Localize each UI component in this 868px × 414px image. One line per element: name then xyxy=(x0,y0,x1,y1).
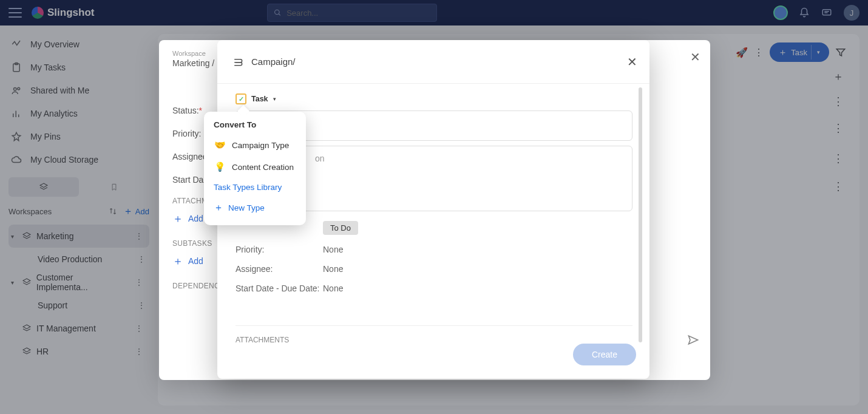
create-button[interactable]: Create xyxy=(573,344,636,365)
content-creation-icon: 💡 xyxy=(214,161,226,173)
new-type-label: New Type xyxy=(228,203,265,212)
option-label: Content Creation xyxy=(232,163,294,172)
convert-option-campaign-type[interactable]: 🤝 Campaign Type xyxy=(204,134,306,156)
convert-option-content-creation[interactable]: 💡 Content Creation xyxy=(204,156,306,178)
modal-attachments-section: ATTACHMENTS xyxy=(236,325,632,344)
dates-value[interactable]: None xyxy=(323,283,343,293)
close-icon[interactable]: ✕ xyxy=(627,55,637,69)
plus-icon: ＋ xyxy=(214,202,223,214)
task-type-label: Task xyxy=(251,95,268,103)
required-icon: * xyxy=(199,106,202,115)
field-status-label: Status: xyxy=(172,106,199,115)
new-type-button[interactable]: ＋ New Type xyxy=(204,197,306,219)
add-attachment-label: Add xyxy=(188,214,203,223)
plus-icon: ＋ xyxy=(172,211,183,226)
priority-value[interactable]: None xyxy=(323,245,343,254)
desc-placeholder-fragment: on xyxy=(315,154,325,163)
convert-to-popover: Convert To 🤝 Campaign Type 💡 Content Cre… xyxy=(204,112,306,225)
assignee-value[interactable]: None xyxy=(323,264,343,274)
campaign-icon xyxy=(232,56,244,68)
modal-breadcrumb[interactable]: Campaign/ xyxy=(251,56,296,67)
priority-label: Priority: xyxy=(236,245,323,254)
modal-header: Campaign/ xyxy=(217,40,649,84)
task-type-chip[interactable]: ✓ Task ▾ xyxy=(236,93,276,104)
task-type-icon: ✓ xyxy=(236,93,246,104)
task-types-library-link[interactable]: Task Types Library xyxy=(204,178,306,197)
add-subtask-label: Add xyxy=(188,256,203,266)
option-label: Campaign Type xyxy=(232,141,289,150)
task-form-rows: To Do Priority:None Assignee:None Start … xyxy=(236,221,632,293)
close-icon[interactable]: ✕ xyxy=(690,50,700,64)
breadcrumb-value[interactable]: Marketing xyxy=(172,58,209,68)
popover-title: Convert To xyxy=(204,120,306,134)
attachments-label: ATTACHMENTS xyxy=(236,336,289,344)
plus-icon: ＋ xyxy=(172,254,183,268)
scrollbar[interactable] xyxy=(639,87,642,342)
chevron-down-icon: ▾ xyxy=(273,96,276,102)
create-label: Create xyxy=(592,350,617,359)
breadcrumb-sep: / xyxy=(212,58,214,68)
send-icon[interactable] xyxy=(687,334,699,346)
campaign-type-icon: 🤝 xyxy=(214,139,226,151)
dates-label: Start Date - Due Date: xyxy=(236,283,323,293)
status-badge[interactable]: To Do xyxy=(323,221,358,235)
assignee-label: Assignee: xyxy=(236,264,323,274)
